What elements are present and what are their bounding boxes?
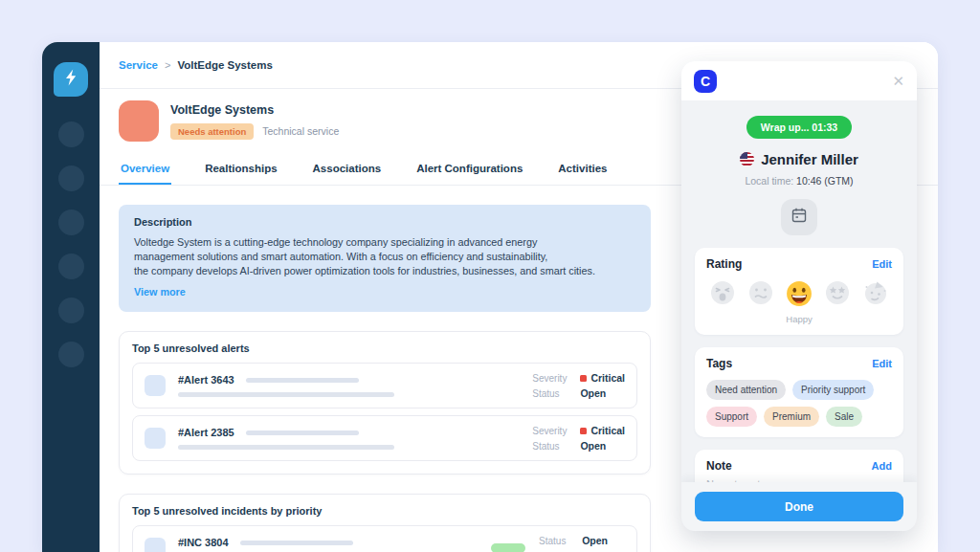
local-time-label: Local time: [745, 175, 793, 187]
severity-value: Critical [590, 372, 625, 384]
alert-icon [145, 428, 166, 449]
alert-icon [145, 375, 166, 396]
sidebar [42, 42, 100, 552]
rating-title: Rating [706, 257, 742, 271]
placeholder-bar [246, 378, 359, 383]
status-value: Open [580, 440, 606, 452]
alerts-card: Top 5 unresolved alerts #Alert 3643 Seve… [119, 331, 651, 475]
status-badge: Needs attention [170, 123, 254, 140]
status-value: Open [582, 535, 608, 546]
sidebar-item[interactable] [58, 342, 84, 367]
alert-id: #Alert 3643 [178, 374, 234, 386]
alert-id: #Alert 2385 [178, 427, 234, 438]
us-flag-icon [740, 152, 754, 166]
tab-alert-configurations[interactable]: Alert Configurations [414, 155, 524, 185]
call-panel-header: C ✕ [681, 61, 917, 100]
description-text: the company develops AI-driven power opt… [134, 264, 635, 278]
rating-emoji-happy-icon[interactable]: Happy [785, 280, 813, 324]
sidebar-item[interactable] [58, 298, 84, 323]
call-panel-body: Wrap up... 01:33 Jennifer Miller Local t… [681, 100, 917, 526]
sidebar-item[interactable] [58, 210, 84, 235]
status-label: Status [532, 441, 567, 452]
page-title: VoltEdge Systems [170, 103, 339, 117]
rating-emoji-confused-icon[interactable] [746, 280, 775, 309]
placeholder-bar [240, 541, 353, 545]
entity-avatar [119, 100, 159, 142]
note-title: Note [706, 459, 732, 473]
tags-card: Tags Edit Need attention Priority suppor… [695, 347, 903, 437]
tag-pill-support: Support [706, 407, 757, 427]
placeholder-bar [246, 431, 359, 435]
description-text: management solutions and smart automatio… [134, 250, 635, 264]
tab-associations[interactable]: Associations [311, 155, 384, 185]
placeholder-bar [178, 392, 394, 397]
description-card: Description Voltedge System is a cutting… [119, 205, 651, 312]
call-panel-footer: Done [681, 482, 917, 531]
critical-severity-icon [580, 375, 587, 382]
breadcrumb-current: VoltEdge Systems [177, 59, 273, 71]
incident-progress-pill [491, 543, 525, 552]
placeholder-bar [178, 445, 394, 450]
incident-row[interactable]: #INC 3804 Status Open Priority Urgent [132, 525, 637, 552]
tag-pill-premium: Premium [764, 407, 819, 427]
cloudtalk-logo-icon: C [694, 70, 717, 93]
incident-id: #INC 3804 [178, 537, 229, 548]
alerts-card-title: Top 5 unresolved alerts [132, 342, 637, 354]
critical-severity-icon [580, 428, 587, 434]
sidebar-item[interactable] [58, 254, 84, 279]
description-title: Description [134, 216, 635, 228]
tags-title: Tags [706, 357, 732, 370]
sidebar-item[interactable] [58, 121, 84, 147]
incidents-card-title: Top 5 unresolved incidents by priority [132, 505, 637, 517]
wrapup-timer-badge: Wrap up... 01:33 [746, 116, 852, 139]
alert-row[interactable]: #Alert 2385 Severity Critical Status Ope… [132, 415, 637, 461]
tab-overview[interactable]: Overview [119, 155, 171, 185]
rating-selected-label: Happy [785, 314, 813, 324]
lightning-bolt-icon [63, 69, 78, 90]
rating-emoji-partying-icon[interactable] [861, 280, 890, 309]
local-time-value: 10:46 (GTM) [796, 175, 854, 187]
incidents-card: Top 5 unresolved incidents by priority #… [119, 494, 651, 552]
call-wrapup-panel: C ✕ Wrap up... 01:33 Jennifer Miller Loc… [681, 61, 917, 531]
sidebar-item[interactable] [58, 166, 84, 191]
incident-icon [145, 538, 166, 552]
severity-value: Critical [590, 425, 625, 436]
status-value: Open [580, 387, 606, 399]
rating-edit-link[interactable]: Edit [872, 258, 892, 270]
description-text: Voltedge System is a cutting-edge techno… [134, 235, 635, 250]
app-logo [54, 62, 88, 97]
chevron-right-icon: > [165, 59, 170, 71]
status-label: Status [539, 536, 568, 546]
local-time: Local time: 10:46 (GTM) [695, 175, 903, 187]
tag-pill-priority-support: Priority support [792, 380, 874, 400]
calendar-icon [791, 207, 808, 228]
alert-row[interactable]: #Alert 3643 Severity Critical Status Ope… [132, 363, 637, 408]
status-label: Status [532, 388, 567, 399]
rating-card: Rating Edit Happy [695, 248, 903, 335]
tab-relationships[interactable]: Realtionships [203, 155, 278, 185]
rating-emoji-weary-icon[interactable] [708, 280, 737, 309]
close-icon[interactable]: ✕ [892, 74, 904, 88]
severity-label: Severity [532, 373, 567, 384]
breadcrumb-service-link[interactable]: Service [119, 59, 158, 71]
tab-activities[interactable]: Activities [556, 155, 609, 185]
tag-pill-need-attention: Need attention [706, 380, 786, 400]
schedule-button[interactable] [781, 199, 817, 235]
tags-edit-link[interactable]: Edit [872, 358, 892, 369]
contact-name: Jennifer Miller [761, 151, 858, 167]
view-more-link[interactable]: View more [134, 286, 186, 298]
entity-type-label: Technical service [262, 125, 339, 137]
tag-pill-sale: Sale [826, 407, 862, 427]
rating-emoji-star-struck-icon[interactable] [823, 280, 852, 309]
note-add-link[interactable]: Add [872, 460, 892, 472]
done-button[interactable]: Done [695, 492, 903, 521]
severity-label: Severity [532, 426, 567, 436]
